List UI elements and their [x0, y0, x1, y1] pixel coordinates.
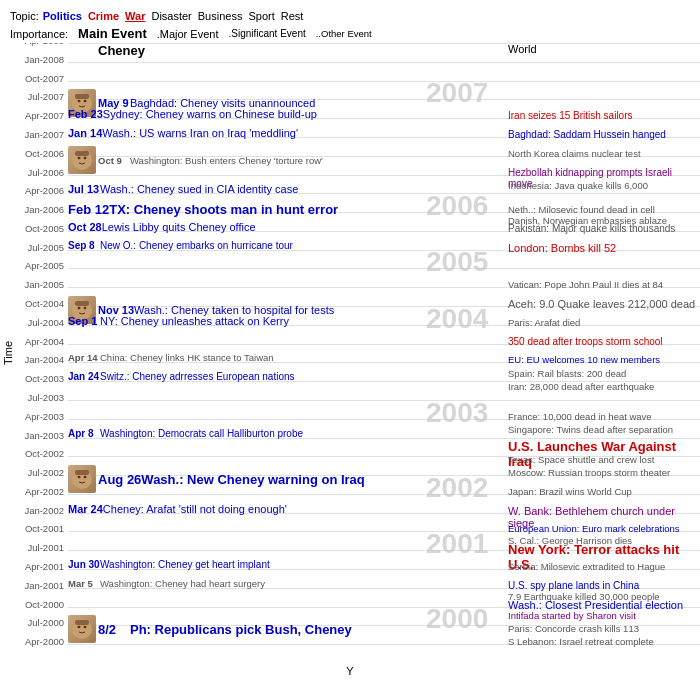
svg-point-17: [78, 626, 81, 628]
cheney-event: Oct 9Washington: Bush enters Cheney 'tor…: [68, 146, 323, 174]
world-event: North Korea claims nuclear test: [508, 148, 698, 159]
importance-major: .Major Event: [157, 28, 219, 40]
event-date: Jun 30: [68, 559, 100, 570]
event-text: Lewis Libby quits Cheney office: [102, 221, 256, 233]
world-event: Spain: Rail blasts: 200 dead: [508, 368, 698, 379]
event-text: Wash.: US warns Iran on Iraq 'meddling': [102, 127, 298, 139]
event-text: Washington: Cheney had heart surgery: [100, 578, 265, 589]
svg-rect-7: [75, 151, 89, 156]
topic-politics[interactable]: Politics: [43, 10, 82, 22]
event-text: Washington: Bush enters Cheney 'torture …: [130, 155, 323, 166]
year-label: 2006: [426, 190, 488, 222]
event-text: NY: Cheney unleashes attack on Kerry: [100, 315, 289, 327]
event-date: Apr 14: [68, 352, 100, 363]
time-label: Jul-2002: [16, 467, 68, 478]
time-label: Apr-2005: [16, 260, 68, 271]
world-event: U.S. spy plane lands in China: [508, 580, 698, 591]
main-layout: Time Apr-2008Jan-2008Oct-2007Jul-2007Apr…: [0, 43, 700, 663]
event-text: Cheney: Arafat 'still not doing enough': [103, 503, 287, 515]
event-date: Oct 28: [68, 221, 102, 233]
time-label: Jan-2006: [16, 204, 68, 215]
event-date: Mar 24: [68, 503, 103, 515]
event-date: Sep 8: [68, 240, 100, 251]
event-date: 8/2: [98, 622, 130, 637]
time-label: Apr-2002: [16, 486, 68, 497]
cheney-event: Sep 1NY: Cheney unleashes attack on Kerr…: [68, 315, 289, 327]
event-date: Mar 5: [68, 578, 100, 589]
grid-line: [68, 81, 700, 82]
event-text: TX: Cheney shoots man in hunt error: [109, 202, 338, 217]
topic-war[interactable]: War: [125, 10, 145, 22]
topic-disaster[interactable]: Disaster: [151, 10, 191, 22]
event-date: Jan 14: [68, 127, 102, 139]
page-title: [0, 0, 700, 8]
time-label: Jul-2005: [16, 242, 68, 253]
year-label: 2000: [426, 603, 488, 635]
x-axis-label: Y: [0, 663, 700, 679]
time-label: Oct-2000: [16, 599, 68, 610]
time-label: Oct-2005: [16, 223, 68, 234]
time-label: Apr-2004: [16, 336, 68, 347]
importance-other: ..Other Event: [316, 28, 372, 39]
world-event: 350 dead after troops storm school: [508, 336, 698, 347]
year-label: 2007: [426, 77, 488, 109]
cheney-event: Mar 5Washington: Cheney had heart surger…: [68, 578, 265, 589]
grid-line: [68, 62, 700, 63]
time-label: Apr-2001: [16, 561, 68, 572]
event-date: Aug 26: [98, 472, 141, 487]
year-label: 2004: [426, 303, 488, 335]
cheney-event: Feb 12TX: Cheney shoots man in hunt erro…: [68, 202, 338, 217]
timeline-area: Apr-2008Jan-2008Oct-2007Jul-2007Apr-2007…: [16, 43, 700, 663]
svg-rect-15: [75, 470, 89, 475]
time-label: Apr-2008: [16, 43, 68, 46]
year-label: 2001: [426, 528, 488, 560]
time-label: Oct-2006: [16, 148, 68, 159]
time-label: Jan-2002: [16, 505, 68, 516]
year-label: 2005: [426, 246, 488, 278]
svg-point-6: [84, 157, 87, 159]
event-date: Jul 13: [68, 183, 100, 195]
svg-point-1: [78, 100, 81, 102]
world-header: World: [508, 43, 537, 55]
world-event: Japan: Brazil wins World Cup: [508, 486, 698, 497]
cheney-event: Aug 26Wash.: New Cheney warning on Iraq: [68, 465, 365, 493]
time-label: Oct-2001: [16, 523, 68, 534]
topic-rest[interactable]: Rest: [281, 10, 304, 22]
time-label: Jan-2003: [16, 430, 68, 441]
time-label: Jan-2001: [16, 580, 68, 591]
year-label: 2003: [426, 397, 488, 429]
world-event: Serbia: Milosevic extradited to Hague: [508, 561, 698, 572]
time-label: Jul-2003: [16, 392, 68, 403]
event-text: Washington: Democrats call Halliburton p…: [100, 428, 303, 439]
world-event: Intifada started by Sharon visit: [508, 610, 698, 621]
year-label: 2002: [426, 472, 488, 504]
world-event: France: 10,000 dead in heat wave: [508, 411, 698, 422]
event-text: Sydney: Cheney warns on Chinese build-up: [103, 108, 317, 120]
svg-point-5: [78, 157, 81, 159]
event-date: Oct 9: [98, 155, 130, 166]
world-event: Aceh: 9.0 Quake leaves 212,000 dead: [508, 298, 698, 310]
time-label: Oct-2003: [16, 373, 68, 384]
event-date: Sep 1: [68, 315, 100, 327]
topic-crime[interactable]: Crime: [88, 10, 119, 22]
topic-business[interactable]: Business: [198, 10, 243, 22]
cheney-event: Jul 13Wash.: Cheney sued in CIA identity…: [68, 183, 298, 195]
topic-sport[interactable]: Sport: [248, 10, 274, 22]
event-text: Wash.: Cheney sued in CIA identity case: [100, 183, 298, 195]
cheney-event: Mar 24Cheney: Arafat 'still not doing en…: [68, 503, 287, 515]
svg-point-10: [84, 307, 87, 309]
event-date: Apr 8: [68, 428, 100, 439]
grid-line: [68, 43, 700, 44]
event-text: Washington: Cheney get heart implant: [100, 559, 270, 570]
world-event: European Union: Euro mark celebrations: [508, 523, 698, 534]
legend-importance-row: Importance: Main Event .Major Event .Sig…: [0, 24, 700, 43]
event-text: New O.: Cheney embarks on hurricane tour: [100, 240, 293, 251]
grid-line: [68, 268, 700, 269]
time-label: Jan-2008: [16, 54, 68, 65]
cheney-header: Cheney: [98, 43, 145, 58]
event-text: China: Cheney links HK stance to Taiwan: [100, 352, 274, 363]
time-label: Oct-2007: [16, 73, 68, 84]
importance-significant: .Significant Event: [228, 28, 305, 39]
world-event: Iran seizes 15 British sailors: [508, 110, 698, 121]
world-event: Pakistan: Major quake kills thousands: [508, 223, 698, 234]
